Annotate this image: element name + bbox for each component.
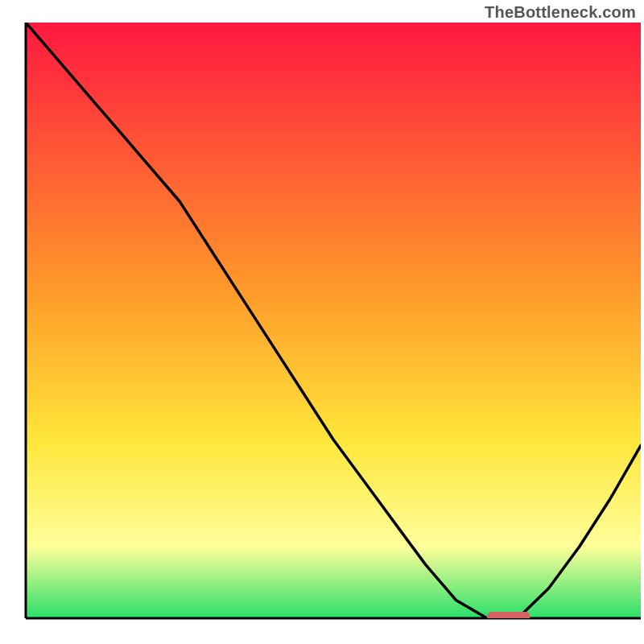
optimal-marker xyxy=(487,612,530,621)
bottleneck-chart xyxy=(0,0,644,644)
watermark-text: TheBottleneck.com xyxy=(485,3,636,22)
chart-container: { "watermark": "TheBottleneck.com", "col… xyxy=(0,0,644,644)
gradient-background xyxy=(26,23,641,618)
